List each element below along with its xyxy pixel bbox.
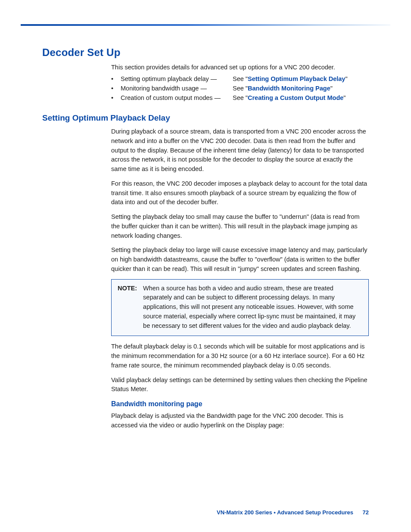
paragraph: For this reason, the VNC 200 decoder imp…	[111, 179, 369, 207]
see-suffix: "	[343, 94, 346, 101]
toc-item: • Creation of custom output modes — See …	[111, 94, 369, 101]
page-title: Decoder Set Up	[42, 47, 369, 59]
toc-see: See "Creating a Custom Output Mode"	[233, 94, 346, 101]
paragraph: Setting the playback delay too large wil…	[111, 246, 369, 274]
note-label: NOTE:	[118, 284, 137, 331]
toc-lhs: Creation of custom output modes —	[121, 94, 233, 101]
subsection-title-playback-delay: Setting Optimum Playback Delay	[42, 113, 369, 123]
page-number: 72	[363, 509, 369, 516]
see-suffix: "	[330, 85, 333, 92]
header-rule	[21, 24, 390, 26]
toc-see: See "Bandwidth Monitoring Page"	[233, 85, 333, 92]
toc-lhs: Setting optimum playback delay —	[121, 75, 233, 82]
subsubsection-title-bandwidth-monitoring: Bandwidth monitoring page	[111, 400, 369, 408]
body-block: The default playback delay is 0.1 second…	[111, 342, 369, 394]
toc-link-custom-output-mode[interactable]: Creating a Custom Output Mode	[248, 94, 343, 101]
footer-title: VN-Matrix 200 Series • Advanced Setup Pr…	[217, 509, 353, 516]
bullet-icon: •	[111, 94, 121, 101]
paragraph: During playback of a source stream, data…	[111, 127, 369, 174]
paragraph: Valid playback delay settings can be det…	[111, 376, 369, 395]
toc-link-playback-delay[interactable]: Setting Optimum Playback Delay	[248, 75, 345, 82]
manual-page: Decoder Set Up This section provides det…	[0, 0, 411, 532]
paragraph: Setting the playback delay too small may…	[111, 212, 369, 240]
bullet-icon: •	[111, 75, 121, 82]
paragraph: The default playback delay is 0.1 second…	[111, 342, 369, 370]
see-prefix: See "	[233, 85, 248, 92]
body-block: During playback of a source stream, data…	[111, 127, 369, 274]
toc-link-bandwidth-monitoring[interactable]: Bandwidth Monitoring Page	[248, 85, 330, 92]
intro-paragraph: This section provides details for advanc…	[111, 63, 369, 72]
page-content: Decoder Set Up This section provides det…	[42, 47, 369, 436]
note-text: When a source has both a video and audio…	[143, 284, 362, 331]
toc-item: • Setting optimum playback delay — See "…	[111, 75, 369, 82]
see-prefix: See "	[233, 94, 248, 101]
toc-see: See "Setting Optimum Playback Delay"	[233, 75, 348, 82]
note-box: NOTE: When a source has both a video and…	[111, 279, 369, 336]
toc-lhs: Monitoring bandwidth usage —	[121, 85, 233, 92]
body-block: Playback delay is adjusted via the Bandw…	[111, 411, 369, 430]
bullet-icon: •	[111, 85, 121, 92]
toc-item: • Monitoring bandwidth usage — See "Band…	[111, 85, 369, 92]
see-prefix: See "	[233, 75, 248, 82]
page-footer: VN-Matrix 200 Series • Advanced Setup Pr…	[42, 509, 369, 516]
see-suffix: "	[345, 75, 347, 82]
paragraph: Playback delay is adjusted via the Bandw…	[111, 411, 369, 430]
toc-list: • Setting optimum playback delay — See "…	[111, 75, 369, 101]
